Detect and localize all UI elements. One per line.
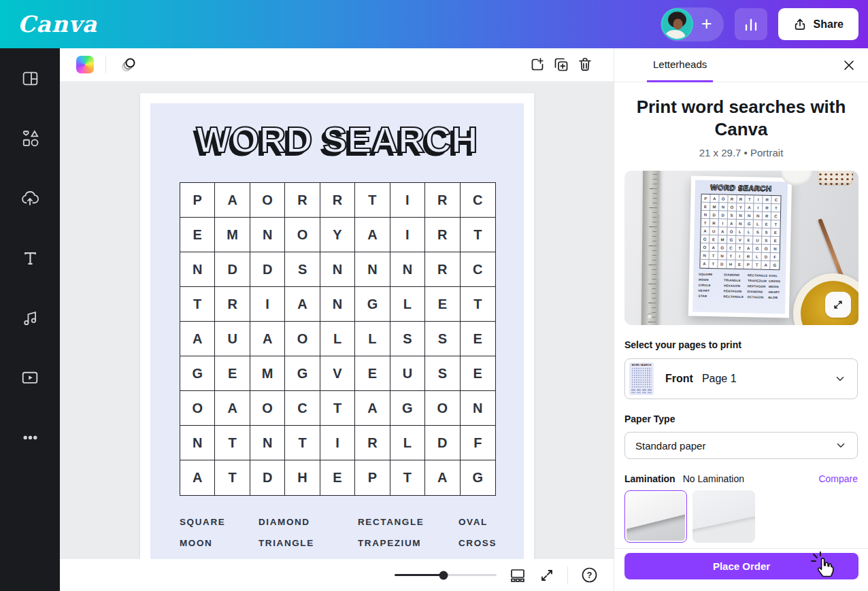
expand-icon <box>832 299 844 311</box>
sidebar-item-more[interactable] <box>0 407 60 467</box>
grid-cell: N <box>250 426 285 460</box>
size-orientation-meta: 21 x 29.7 • Portrait <box>614 147 868 158</box>
grid-cell: O <box>180 391 215 426</box>
expand-preview-button[interactable] <box>825 292 851 318</box>
panel-footer: Place Order <box>614 548 868 591</box>
preview-grid-cell: P <box>744 260 753 269</box>
preview-grid-cell: L <box>754 220 763 228</box>
paper-type-label: Paper Type <box>624 413 858 424</box>
preview-grid-cell: I <box>754 195 763 203</box>
panel-header: Letterheads <box>614 48 868 82</box>
preview-word-item: HEXAGON <box>724 284 748 288</box>
sidebar-item-uploads[interactable] <box>0 168 60 228</box>
lamination-option-none[interactable] <box>624 490 687 543</box>
pages-view-button[interactable] <box>509 567 527 584</box>
animate-button[interactable] <box>118 54 139 75</box>
help-button[interactable]: ? <box>580 566 599 584</box>
preview-grid-cell: F <box>771 253 780 261</box>
grid-cell: T <box>355 183 390 218</box>
sidebar-item-design[interactable] <box>0 48 60 108</box>
word-list-item: MOON <box>180 538 258 548</box>
preview-grid-cell: N <box>718 252 727 260</box>
bar-chart-icon <box>744 17 758 32</box>
grid-cell: E <box>425 287 460 322</box>
delete-page-button[interactable] <box>574 54 596 75</box>
preview-grid-cell: R <box>737 195 746 203</box>
preview-grid-cell: O <box>762 245 771 253</box>
preview-grid-cell: A <box>746 203 754 212</box>
grid-cell: U <box>390 356 425 391</box>
paper-type-dropdown[interactable]: Standard paper <box>624 432 858 459</box>
preview-grid-cell: T <box>771 220 780 229</box>
fullscreen-icon <box>539 567 555 584</box>
preview-grid-cell: G <box>745 220 754 228</box>
preview-grid-cell: T <box>771 204 780 212</box>
account-pill: + <box>661 7 724 41</box>
lamination-option-gloss[interactable] <box>692 490 755 543</box>
sidebar-item-text[interactable] <box>0 228 60 288</box>
grid-cell: E <box>355 356 390 391</box>
preview-grid-cell: A <box>710 195 719 203</box>
grid-cell: U <box>215 322 250 356</box>
grid-cell: E <box>461 322 495 356</box>
top-bar: Canva + <box>0 0 868 48</box>
insights-button[interactable] <box>735 8 767 40</box>
grid-cell: C <box>285 391 320 426</box>
add-member-button[interactable]: + <box>692 10 722 39</box>
preview-grid-cell: N <box>771 245 780 253</box>
share-label: Share <box>814 18 844 31</box>
canva-logo[interactable]: Canva <box>18 11 97 37</box>
place-order-button[interactable]: Place Order <box>624 553 858 579</box>
preview-grid-cell: A <box>700 260 709 268</box>
thumbnail-word-columns <box>631 389 652 394</box>
preview-grid-cell: E <box>701 203 710 211</box>
fullscreen-button[interactable] <box>539 567 555 584</box>
zoom-slider-thumb[interactable] <box>439 571 448 579</box>
duplicate-page-button[interactable] <box>550 54 572 75</box>
preview-word-item: RECTANGLE <box>724 295 748 299</box>
grid-cell: O <box>285 322 320 356</box>
grid-cell: N <box>250 218 285 252</box>
grid-cell: S <box>425 356 460 391</box>
preview-grid-cell: E <box>745 236 754 244</box>
preview-grid-cell: L <box>745 228 754 236</box>
zoom-slider[interactable] <box>395 574 497 576</box>
preview-word-item: MOON <box>769 285 780 288</box>
sidebar-item-elements[interactable] <box>0 108 60 168</box>
share-button[interactable]: Share <box>778 8 858 40</box>
sidebar-item-audio[interactable] <box>0 288 60 348</box>
page-select-dropdown[interactable]: WORD SEARCH Front Page 1 <box>624 358 858 399</box>
preview-grid-cell: G <box>701 235 710 243</box>
add-page-button[interactable] <box>527 54 548 75</box>
sidebar-item-videos[interactable] <box>0 348 60 407</box>
grid-cell: O <box>425 391 460 426</box>
share-icon <box>793 18 807 31</box>
grid-cell: T <box>215 460 250 495</box>
compare-link[interactable]: Compare <box>818 473 858 484</box>
video-play-icon <box>20 368 39 387</box>
close-panel-button[interactable] <box>839 56 858 75</box>
grid-cell: L <box>390 287 425 322</box>
grid-cell: P <box>180 183 215 218</box>
preview-grid-cell: T <box>709 252 718 260</box>
preview-word-item: SQUARE <box>699 273 724 277</box>
text-icon <box>21 249 39 267</box>
tab-letterheads[interactable]: Letterheads <box>647 48 713 82</box>
grid-cell: N <box>320 252 355 287</box>
preview-grid-cell: N <box>719 203 728 211</box>
product-preview-image[interactable]: WORD SEARCH PAORRTIRCEMNOYAIRTNDDSNNNRCT… <box>624 171 858 325</box>
grid-cell: O <box>250 183 285 218</box>
grid-cell: N <box>180 426 215 460</box>
avatar[interactable] <box>663 10 692 39</box>
svg-text:?: ? <box>587 570 592 580</box>
preview-grid-cell: E <box>771 229 780 237</box>
lamination-value: No Lamination <box>683 473 744 484</box>
grid-view-icon <box>509 567 527 584</box>
document-page[interactable]: WORD SEARCH PAORRTIRCEMNOYAIRTNDDSNNNRCT… <box>140 93 534 559</box>
word-search-panel: WORD SEARCH PAORRTIRCEMNOYAIRTNDDSNNNRCT… <box>150 103 524 559</box>
preview-grid: PAORRTIRCEMNOYAIRTNDDSNNNRCTRIANGLETAUAO… <box>699 194 781 270</box>
preview-word-item: MOON <box>699 278 724 282</box>
preview-word-item: RECTANGLE <box>748 273 769 277</box>
color-swatch-button[interactable] <box>76 56 94 73</box>
grid-cell: R <box>215 287 250 322</box>
